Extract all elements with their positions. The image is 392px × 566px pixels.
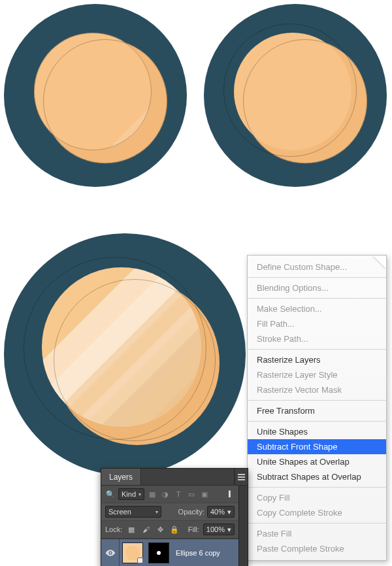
lock-all-icon[interactable]: 🔒 <box>169 524 180 535</box>
filter-toggle-icon[interactable]: ⏽ <box>224 489 235 499</box>
layer-mask-thumbnail[interactable] <box>148 542 169 563</box>
blend-mode-select[interactable]: Screen ▾ <box>105 506 161 518</box>
opacity-input[interactable]: 40% ▾ <box>207 506 235 518</box>
menu-item: Rasterize Vector Mask <box>248 382 386 397</box>
blend-opacity-row: Screen ▾ Opacity: 40% ▾ <box>101 503 238 521</box>
menu-item[interactable]: Subtract Shapes at Overlap <box>248 469 386 484</box>
filter-kind-select[interactable]: Kind ▾ <box>118 488 144 500</box>
menu-item: Paste Complete Stroke <box>248 541 386 560</box>
menu-item: Stroke Path... <box>248 331 386 346</box>
illustration-coin-1 <box>4 4 187 187</box>
filter-adjust-icon[interactable]: ◑ <box>160 489 171 499</box>
menu-item[interactable]: Free Transform <box>248 403 386 418</box>
menu-separator <box>248 487 386 488</box>
menu-item: Blending Options... <box>248 280 386 295</box>
selection-outline <box>54 279 216 441</box>
menu-separator <box>248 523 386 524</box>
menu-separator <box>248 400 386 401</box>
layers-panel: Layers 🔍 Kind ▾ ▦ ◑ T ▭ ▣ ⏽ Scre <box>101 468 248 566</box>
layer-row[interactable]: Ellipse 6 copy <box>101 539 238 566</box>
illustration-coin-2 <box>204 4 387 187</box>
lock-transparent-icon[interactable]: ▩ <box>126 524 137 535</box>
lock-position-icon[interactable]: ✥ <box>155 524 165 535</box>
menu-item: Copy Fill <box>248 490 386 505</box>
chevron-down-icon: ▾ <box>227 508 231 516</box>
filter-shape-icon[interactable]: ▭ <box>186 489 197 499</box>
visibility-toggle[interactable] <box>101 539 120 566</box>
selection-outline <box>43 39 167 163</box>
menu-item: Make Selection... <box>248 301 386 316</box>
context-menu[interactable]: Define Custom Shape...Blending Options..… <box>247 255 387 561</box>
menu-item: Fill Path... <box>248 316 386 331</box>
menu-separator <box>248 421 386 422</box>
menu-item[interactable]: Unite Shapes <box>248 424 386 439</box>
chevron-down-icon: ▾ <box>139 491 141 497</box>
layers-panel-titlebar: Layers <box>101 469 248 486</box>
shape-badge-icon <box>137 558 143 563</box>
menu-separator <box>248 298 386 299</box>
lock-image-icon[interactable]: 🖌 <box>140 524 151 535</box>
menu-separator <box>248 349 386 350</box>
layer-thumbnail[interactable] <box>122 542 143 563</box>
menu-separator <box>248 277 386 278</box>
search-icon[interactable]: 🔍 <box>105 489 116 499</box>
menu-item[interactable]: Subtract Front Shape <box>248 439 386 454</box>
filter-type-icon[interactable]: T <box>173 489 184 499</box>
blend-mode-value: Screen <box>108 508 131 516</box>
menu-item: Copy Complete Stroke <box>248 505 386 520</box>
filter-smart-icon[interactable]: ▣ <box>199 489 210 499</box>
layers-tab[interactable]: Layers <box>101 469 141 485</box>
panel-spacer <box>141 469 235 485</box>
selection-outline <box>243 39 367 163</box>
fill-input[interactable]: 100% ▾ <box>203 524 235 535</box>
layer-name[interactable]: Ellipse 6 copy <box>172 549 238 557</box>
lock-fill-row: Lock: ▩ 🖌 ✥ 🔒 Fill: 100% ▾ <box>101 521 238 539</box>
panel-scrollbar[interactable] <box>238 486 248 566</box>
menu-item[interactable]: Unite Shapes at Overlap <box>248 454 386 469</box>
lock-label: Lock: <box>105 525 122 533</box>
layers-panel-body: 🔍 Kind ▾ ▦ ◑ T ▭ ▣ ⏽ Screen ▾ <box>101 486 248 566</box>
fill-label: Fill: <box>188 525 199 533</box>
filter-pixel-icon[interactable]: ▦ <box>147 489 157 499</box>
eye-icon <box>105 548 116 558</box>
fill-value: 100% <box>206 525 225 533</box>
panel-menu-icon[interactable] <box>235 469 248 485</box>
menu-item: Define Custom Shape... <box>248 256 386 275</box>
chevron-down-icon: ▾ <box>227 525 231 534</box>
opacity-label: Opacity: <box>178 508 204 516</box>
chevron-down-icon: ▾ <box>155 509 158 515</box>
menu-item[interactable]: Rasterize Layers <box>248 352 386 367</box>
menu-item: Paste Fill <box>248 526 386 541</box>
layer-filter-row: 🔍 Kind ▾ ▦ ◑ T ▭ ▣ ⏽ <box>101 486 238 503</box>
illustration-coin-large <box>4 233 246 475</box>
opacity-value: 40% <box>210 508 225 516</box>
filter-kind-label: Kind <box>122 490 136 498</box>
menu-item: Rasterize Layer Style <box>248 367 386 382</box>
